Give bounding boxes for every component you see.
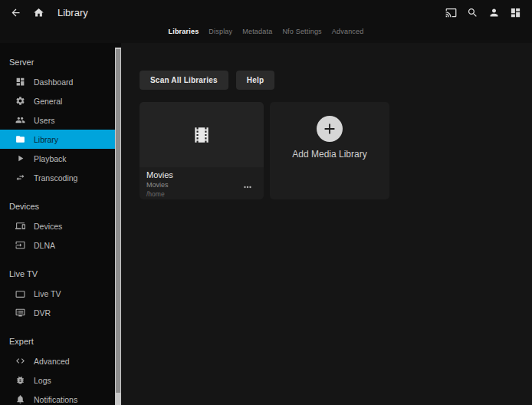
bug-icon: [15, 375, 25, 385]
sidebar-item-label: Advanced: [34, 357, 70, 366]
code-icon: [15, 356, 25, 366]
sidebar-item-dashboard[interactable]: Dashboard: [0, 72, 115, 91]
jellyfin-admin-window: Library Libraries Display Metadata Nfo S…: [0, 0, 532, 405]
sidebar: Server Dashboard General Users Library P…: [0, 43, 121, 405]
swap-arrows-icon: [15, 173, 25, 183]
sidebar-item-label: Library: [34, 135, 58, 144]
sidebar-item-label: DLNA: [34, 241, 55, 250]
settings-tabs: Libraries Display Metadata Nfo Settings …: [0, 23, 532, 40]
sidebar-nav: Server Dashboard General Users Library P…: [0, 43, 115, 405]
library-cards: Movies Movies /home Ad: [140, 102, 532, 199]
folder-icon: [15, 134, 25, 144]
arrow-back-icon: [10, 7, 21, 18]
sidebar-item-library[interactable]: Library: [0, 130, 115, 149]
add-media-library-card[interactable]: Add Media Library: [270, 102, 389, 199]
sidebar-item-general[interactable]: General: [0, 91, 115, 110]
sidebar-item-advanced[interactable]: Advanced: [0, 351, 115, 370]
home-icon: [33, 7, 44, 18]
movies-card-meta: Movies /home: [146, 180, 255, 198]
search-icon: [467, 7, 478, 18]
movies-card-meta-text: Movies /home: [146, 180, 169, 198]
person-icon: [488, 7, 500, 18]
top-bar: Library: [0, 0, 532, 25]
section-header-expert: Expert: [0, 331, 115, 351]
sidebar-item-label: General: [34, 97, 62, 106]
sidebar-item-label: Users: [34, 116, 54, 125]
library-toolbar: Scan All Libraries Help: [140, 71, 532, 90]
sidebar-item-label: Playback: [34, 154, 67, 163]
gear-icon: [15, 96, 25, 106]
library-card-path: /home: [146, 190, 169, 198]
tab-advanced[interactable]: Advanced: [332, 28, 364, 35]
section-header-devices: Devices: [0, 196, 115, 216]
users-icon: [15, 115, 25, 125]
sidebar-item-users[interactable]: Users: [0, 110, 115, 130]
sidebar-item-playback[interactable]: Playback: [0, 149, 115, 168]
main-content: Scan All Libraries Help Movies Movies /h…: [121, 43, 532, 405]
sidebar-item-label: DVR: [34, 308, 51, 318]
plus-icon: [321, 120, 338, 137]
input-icon: [15, 240, 25, 250]
library-card-type: Movies: [146, 181, 169, 189]
cast-icon: [445, 7, 457, 18]
sidebar-item-label: Live TV: [34, 289, 61, 298]
user-menu-button[interactable]: [484, 3, 503, 21]
dashboard-grid-icon: [510, 7, 521, 18]
movies-card-menu-button[interactable]: [241, 182, 255, 193]
tab-display[interactable]: Display: [209, 28, 232, 35]
scrollbar-thumb[interactable]: [116, 49, 120, 393]
film-strip-icon: [192, 125, 212, 145]
sidebar-item-label: Notifications: [34, 395, 77, 404]
tab-metadata[interactable]: Metadata: [242, 28, 272, 35]
tab-nfo-settings[interactable]: Nfo Settings: [282, 28, 321, 35]
back-button[interactable]: [6, 3, 25, 21]
sidebar-item-dlna[interactable]: DLNA: [0, 235, 115, 255]
tab-libraries[interactable]: Libraries: [169, 28, 199, 35]
help-button[interactable]: Help: [236, 71, 274, 90]
tv-icon: [15, 288, 25, 298]
movies-card-info: Movies Movies /home: [140, 167, 264, 198]
section-header-live-tv: Live TV: [0, 264, 115, 284]
sidebar-item-logs[interactable]: Logs: [0, 370, 115, 390]
sidebar-item-label: Devices: [34, 222, 62, 231]
bell-icon: [15, 394, 25, 404]
dashboard-icon: [15, 77, 25, 87]
sidebar-item-live-tv[interactable]: Live TV: [0, 284, 115, 303]
library-card-movies[interactable]: Movies Movies /home: [140, 102, 264, 199]
sidebar-item-dvr[interactable]: DVR: [0, 303, 115, 322]
scan-all-libraries-button[interactable]: Scan All Libraries: [140, 71, 228, 90]
play-icon: [15, 153, 25, 163]
sidebar-item-notifications[interactable]: Notifications: [0, 390, 115, 405]
library-card-title: Movies: [146, 170, 255, 180]
add-library-button[interactable]: [317, 116, 343, 142]
add-media-library-label: Add Media Library: [292, 149, 366, 160]
sidebar-item-label: Logs: [34, 376, 51, 385]
sidebar-scrollbar[interactable]: [115, 48, 121, 405]
home-button[interactable]: [29, 3, 48, 21]
topbar-actions: [442, 3, 526, 21]
sidebar-item-transcoding[interactable]: Transcoding: [0, 168, 115, 187]
sidebar-item-devices[interactable]: Devices: [0, 216, 115, 235]
movies-card-image: [140, 102, 264, 167]
dashboard-menu-button[interactable]: [506, 3, 524, 21]
search-button[interactable]: [463, 3, 481, 21]
sidebar-item-label: Dashboard: [34, 77, 73, 87]
devices-icon: [15, 221, 25, 231]
more-horiz-icon: [242, 182, 253, 193]
sidebar-item-label: Transcoding: [34, 173, 77, 183]
dvr-icon: [15, 308, 25, 318]
section-header-server: Server: [0, 52, 115, 72]
cast-button[interactable]: [442, 3, 460, 21]
page-title: Library: [57, 7, 88, 18]
